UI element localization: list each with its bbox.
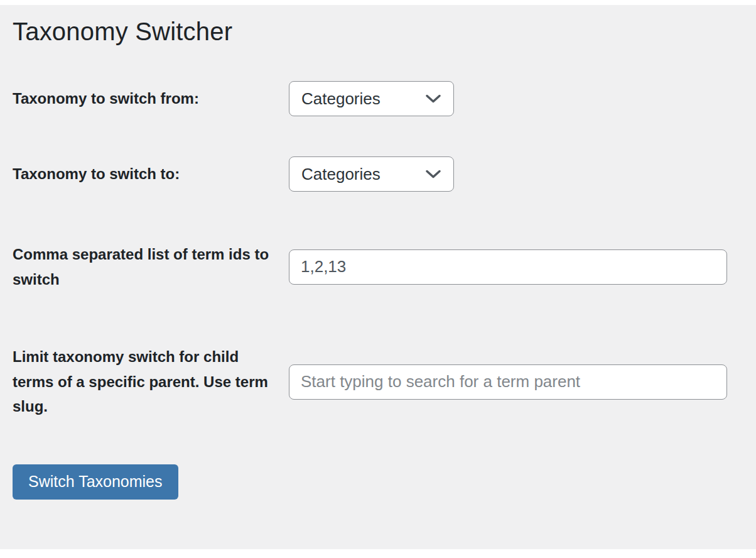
top-edge-strip xyxy=(0,0,756,5)
term-ids-input[interactable] xyxy=(289,249,727,285)
page: Taxonomy Switcher Taxonomy to switch fro… xyxy=(0,0,756,558)
parent-limit-label: Limit taxonomy switch for child terms of… xyxy=(13,344,289,419)
term-ids-label: Comma separated list of term ids to swit… xyxy=(13,242,289,292)
submit-row: Switch Taxonomies xyxy=(13,464,743,500)
taxonomy-switcher-admin-page: Taxonomy Switcher Taxonomy to switch fro… xyxy=(0,5,756,549)
page-title: Taxonomy Switcher xyxy=(13,18,743,46)
taxonomy-to-label: Taxonomy to switch to: xyxy=(13,161,289,187)
row-term-ids: Comma separated list of term ids to swit… xyxy=(13,242,743,292)
switch-taxonomies-button[interactable]: Switch Taxonomies xyxy=(13,464,178,500)
taxonomy-to-select[interactable]: Categories xyxy=(289,156,454,192)
taxonomy-from-label: Taxonomy to switch from: xyxy=(13,86,289,111)
row-taxonomy-from: Taxonomy to switch from: Categories xyxy=(13,81,743,116)
taxonomy-to-select-wrap: Categories xyxy=(289,156,454,192)
parent-term-search-input[interactable] xyxy=(289,364,727,400)
row-parent-limit: Limit taxonomy switch for child terms of… xyxy=(13,344,743,419)
taxonomy-from-select-wrap: Categories xyxy=(289,81,454,116)
taxonomy-from-select[interactable]: Categories xyxy=(289,81,454,116)
row-taxonomy-to: Taxonomy to switch to: Categories xyxy=(13,156,743,192)
bottom-edge-strip xyxy=(0,549,756,558)
